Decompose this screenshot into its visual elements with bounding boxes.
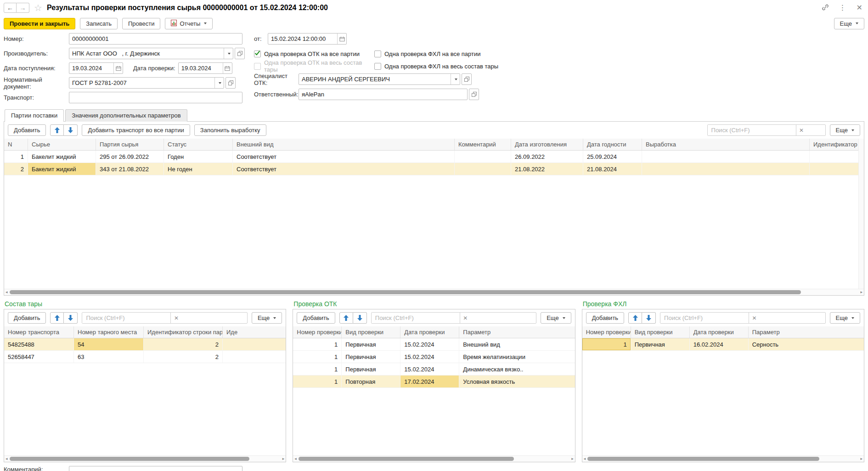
- scroll-left-icon[interactable]: ◂: [6, 457, 8, 461]
- scroll-right-icon[interactable]: ▸: [860, 457, 862, 461]
- scroll-thumb[interactable]: [10, 290, 801, 294]
- tare-search-input[interactable]: [82, 313, 170, 323]
- manufacturer-field[interactable]: [69, 48, 224, 59]
- column-header[interactable]: Сырье: [28, 139, 96, 150]
- forward-button[interactable]: →: [17, 3, 29, 13]
- selected-cell[interactable]: Бакелит жидкий: [28, 163, 96, 175]
- column-header[interactable]: Дата проверки: [400, 326, 459, 338]
- column-header[interactable]: Параметр: [749, 326, 864, 338]
- tare-more-button[interactable]: Еще: [252, 312, 282, 324]
- checkbox-one-otk-all-tare[interactable]: Одна проверка ОТК на весь состав тары: [254, 61, 374, 71]
- column-header[interactable]: Дата годности: [583, 139, 642, 150]
- receipt-date-calendar-button[interactable]: [113, 63, 123, 73]
- move-up-button[interactable]: [339, 312, 353, 324]
- search-clear-icon[interactable]: ✕: [796, 125, 807, 135]
- horizontal-scrollbar[interactable]: ◂ ▸: [4, 455, 286, 462]
- otk-specialist-field[interactable]: [299, 74, 451, 84]
- from-datetime-calendar-button[interactable]: [337, 34, 346, 44]
- batches-add-button[interactable]: Добавить: [8, 124, 46, 136]
- scroll-thumb[interactable]: [587, 457, 819, 461]
- table-row-selected[interactable]: 2 Бакелит жидкий 343 от 21.08.2022 Не го…: [4, 163, 864, 175]
- move-up-button[interactable]: [50, 312, 64, 324]
- number-field[interactable]: [69, 33, 242, 45]
- responsible-open-button[interactable]: [469, 89, 479, 100]
- move-up-button[interactable]: [628, 312, 642, 324]
- post-button[interactable]: Провести: [122, 18, 161, 29]
- column-header[interactable]: Иде: [223, 326, 286, 338]
- column-header[interactable]: Номер транспорта: [4, 326, 74, 338]
- table-row[interactable]: 1 Первичная 15.02.2024 Внешний вид: [293, 338, 575, 351]
- column-header[interactable]: Вид проверки: [631, 326, 690, 338]
- column-header[interactable]: Комментарий: [455, 139, 511, 150]
- transport-field[interactable]: [69, 92, 242, 103]
- fhl-more-button[interactable]: Еще: [830, 312, 860, 324]
- otk-more-button[interactable]: Еще: [541, 312, 571, 324]
- receipt-date-field[interactable]: [69, 63, 113, 73]
- horizontal-scrollbar[interactable]: ◂ ▸: [4, 289, 864, 295]
- normative-doc-open-button[interactable]: [225, 77, 236, 89]
- check-date-calendar-button[interactable]: [223, 63, 232, 73]
- column-header[interactable]: Дата изготовления: [511, 139, 583, 150]
- check-date-field[interactable]: [179, 63, 223, 73]
- back-button[interactable]: ←: [4, 3, 17, 13]
- column-header[interactable]: Номер проверки: [582, 326, 631, 338]
- manufacturer-dropdown-button[interactable]: [224, 48, 233, 59]
- favorite-star-icon[interactable]: ☆: [34, 3, 42, 12]
- post-and-close-button[interactable]: Провести и закрыть: [4, 18, 75, 29]
- search-clear-icon[interactable]: ✕: [749, 313, 760, 323]
- scroll-thumb[interactable]: [299, 457, 514, 461]
- batches-more-button[interactable]: Еще: [830, 124, 860, 136]
- selected-cell[interactable]: 54: [74, 338, 144, 350]
- manufacturer-open-button[interactable]: [235, 48, 245, 59]
- normative-doc-field[interactable]: [69, 78, 214, 88]
- table-row-selected[interactable]: 1 Первичная 16.02.2024 Серность: [582, 338, 864, 351]
- column-header[interactable]: Партия сырья: [96, 139, 164, 150]
- search-clear-icon[interactable]: ✕: [460, 313, 471, 323]
- write-button[interactable]: Записать: [80, 18, 118, 29]
- scroll-left-icon[interactable]: ◂: [294, 457, 297, 461]
- selected-cell[interactable]: 17.02.2024: [400, 376, 459, 387]
- tab-extra-parameters[interactable]: Значения дополнительных параметров: [65, 109, 187, 122]
- responsible-field[interactable]: [299, 89, 468, 100]
- vertical-scrollbar[interactable]: [858, 139, 864, 289]
- move-down-button[interactable]: [353, 312, 367, 324]
- column-header[interactable]: Номер тарного места: [74, 326, 144, 338]
- otk-specialist-open-button[interactable]: [462, 73, 472, 85]
- column-header[interactable]: Параметр: [459, 326, 575, 338]
- normative-doc-dropdown-button[interactable]: [214, 78, 224, 88]
- link-icon[interactable]: [822, 4, 829, 12]
- batches-search-input[interactable]: [708, 125, 796, 135]
- selected-cell[interactable]: 1: [582, 338, 631, 350]
- otk-specialist-dropdown-button[interactable]: [451, 74, 460, 84]
- table-row[interactable]: 52658447 63 2: [4, 351, 286, 363]
- column-header[interactable]: Номер проверки: [293, 326, 342, 338]
- scroll-right-icon[interactable]: ▸: [860, 290, 862, 294]
- scroll-right-icon[interactable]: ▸: [571, 457, 574, 461]
- horizontal-scrollbar[interactable]: ◂ ▸: [293, 455, 575, 462]
- checkbox-one-fhl-all-tare[interactable]: Одна проверка ФХЛ на весь состав тары: [374, 61, 498, 71]
- table-row[interactable]: 1 Бакелит жидкий 295 от 26.09.2022 Годен…: [4, 151, 864, 163]
- scroll-thumb[interactable]: [10, 457, 250, 461]
- column-header[interactable]: Выработка: [642, 139, 810, 150]
- tab-supply-batches[interactable]: Партии поставки: [5, 109, 64, 122]
- table-row[interactable]: 1 Первичная 15.02.2024 Динамическая вязк…: [293, 363, 575, 376]
- table-row[interactable]: 1 Первичная 15.02.2024 Время желатинизац…: [293, 351, 575, 363]
- scroll-right-icon[interactable]: ▸: [282, 457, 285, 461]
- fhl-search-input[interactable]: [660, 313, 749, 323]
- search-clear-icon[interactable]: ✕: [170, 313, 181, 323]
- fill-output-button[interactable]: Заполнить выработку: [194, 124, 266, 136]
- move-down-button[interactable]: [642, 312, 656, 324]
- checkbox-one-fhl-all-batches[interactable]: Одна проверка ФХЛ на все партии: [374, 49, 480, 59]
- checkbox-one-otk-all-batches[interactable]: Одна проверка ОТК на все партии: [254, 49, 374, 59]
- comment-field[interactable]: [69, 466, 242, 471]
- menu-dots-icon[interactable]: ⋮: [839, 4, 846, 11]
- column-header[interactable]: Идентификатор строки партии: [144, 326, 223, 338]
- column-header[interactable]: Внешний вид: [233, 139, 455, 150]
- move-down-button[interactable]: [64, 124, 78, 136]
- column-header[interactable]: N: [4, 139, 28, 150]
- add-transport-button[interactable]: Добавить транспорт во все партии: [82, 124, 190, 136]
- table-row-selected[interactable]: 54825488 54 2: [4, 338, 286, 351]
- otk-add-button[interactable]: Добавить: [297, 312, 335, 324]
- tare-add-button[interactable]: Добавить: [8, 312, 46, 324]
- close-icon[interactable]: ✕: [857, 4, 862, 11]
